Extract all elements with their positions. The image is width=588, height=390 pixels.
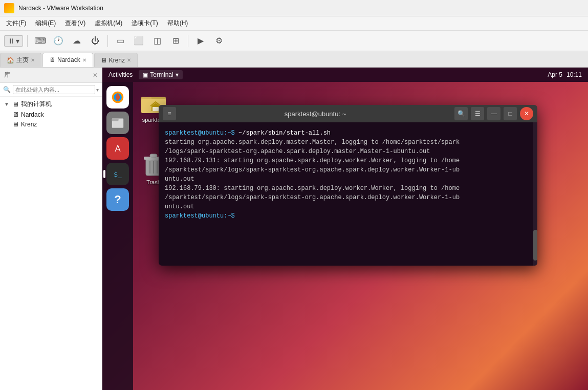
expand-icon: ▼ xyxy=(4,101,10,107)
toolbar-separator-3 xyxy=(188,35,188,47)
toolbar: ⏸ ▾ ⌨ 🕐 ☁ ⏻ ▭ ⬜ ◫ ⊞ ▶ ⚙ xyxy=(0,31,588,51)
menu-tabs[interactable]: 选项卡(T) xyxy=(127,18,162,29)
ubuntu-activities-btn[interactable]: Activities xyxy=(108,71,133,78)
menu-file[interactable]: 文件(F) xyxy=(2,18,30,29)
tab-home-close[interactable]: ✕ xyxy=(31,57,35,63)
search-input[interactable] xyxy=(13,85,95,94)
menu-vm[interactable]: 虚拟机(M) xyxy=(91,18,126,29)
terminal-line-6: untu.out xyxy=(165,175,531,184)
title-bar-text: Nardack - VMware Workstation xyxy=(18,5,103,12)
sidebar: 库 ✕ 🔍 ▾ ▼ 🖥 我的计算机 🖥 Nardack 🖥 xyxy=(0,68,102,390)
computer-icon: 🖥 xyxy=(12,100,19,108)
home-tab-icon: 🏠 xyxy=(7,57,14,64)
dock-terminal[interactable]: $_ xyxy=(106,163,129,185)
dock-files[interactable] xyxy=(106,112,129,134)
terminal-prompt-2: sparktest@ubuntu:~$ xyxy=(165,212,235,220)
tree-item-krenz[interactable]: 🖥 Krenz xyxy=(0,119,102,129)
svg-rect-15 xyxy=(150,154,157,157)
tab-krenz-close[interactable]: ✕ xyxy=(127,57,131,63)
sidebar-close-icon[interactable]: ✕ xyxy=(93,72,98,79)
poweroff-button[interactable]: ⏻ xyxy=(87,33,103,49)
terminal-menu-label: Terminal xyxy=(150,71,173,78)
ubuntu-date: Apr 5 xyxy=(548,71,562,78)
krenz-tab-icon: 🖥 xyxy=(101,57,107,64)
view-button[interactable]: ⊞ xyxy=(167,33,184,49)
vm-display[interactable]: Activities ▣ Terminal ▾ Apr 5 10:11 xyxy=(102,68,588,390)
tab-nardack-close[interactable]: ✕ xyxy=(82,57,86,63)
terminal-line-10: sparktest@ubuntu:~$ xyxy=(165,211,531,221)
app-logo xyxy=(4,3,14,13)
tab-home[interactable]: 🏠 主页 ✕ xyxy=(0,53,41,67)
tabs-row: 🏠 主页 ✕ 🖥 Nardack ✕ 🖥 Krenz ✕ xyxy=(0,51,588,68)
ubuntu-topbar-left: Activities ▣ Terminal ▾ xyxy=(108,70,183,79)
terminal-search-btn[interactable]: 🔍 xyxy=(454,107,468,120)
terminal-close-btn[interactable]: ✕ xyxy=(520,107,533,120)
terminal-dropdown-icon: ▾ xyxy=(176,71,179,78)
ubuntu-topbar: Activities ▣ Terminal ▾ Apr 5 10:11 xyxy=(102,68,588,82)
terminal-line-9: untu.out xyxy=(165,202,531,211)
terminal-menu-btn[interactable]: ☰ xyxy=(471,107,484,120)
send-ctrlaltdel-button[interactable]: ⌨ xyxy=(32,33,48,49)
unity-button[interactable]: ◫ xyxy=(149,33,165,49)
terminal-menu-icon: ▣ xyxy=(143,72,148,78)
terminal-body[interactable]: sparktest@ubuntu:~$ ~/spark/sbin/start-a… xyxy=(159,122,537,266)
terminal-window[interactable]: ≡ sparktest@ubuntu: ~ 🔍 ☰ — □ ✕ sparkte xyxy=(159,105,537,266)
terminal-line-2: starting org.apache.spark.deploy.master.… xyxy=(165,138,531,147)
terminal-scrollbar-thumb[interactable] xyxy=(533,230,537,261)
fullscreen-button[interactable]: ⬜ xyxy=(130,33,147,49)
ubuntu-terminal-btn[interactable]: ▣ Terminal ▾ xyxy=(139,70,182,79)
content-wrapper: 🏠 主页 ✕ 🖥 Nardack ✕ 🖥 Krenz ✕ 库 ✕ 🔍 ▾ xyxy=(0,51,588,390)
tree-my-computer[interactable]: ▼ 🖥 我的计算机 xyxy=(0,99,102,110)
snapshot-button[interactable]: 🕐 xyxy=(50,33,67,49)
terminal-minimize-btn[interactable]: — xyxy=(487,107,500,120)
tree-nardack-label: Nardack xyxy=(21,111,44,118)
dock-software[interactable]: A xyxy=(106,137,129,160)
tab-nardack[interactable]: 🖥 Nardack ✕ xyxy=(42,53,93,67)
terminal-title: sparktest@ubuntu: ~ xyxy=(179,110,451,118)
fit-guest-button[interactable]: ▭ xyxy=(112,33,128,49)
terminal-maximize-btn[interactable]: □ xyxy=(504,107,517,120)
menu-edit[interactable]: 编辑(E) xyxy=(31,18,60,29)
ubuntu-topbar-right: Apr 5 10:11 xyxy=(548,71,582,78)
terminal-line-5: /sparktest/spark/logs/spark-sparktest-or… xyxy=(165,165,531,175)
title-bar: Nardack - VMware Workstation xyxy=(0,0,588,16)
desktop-area: sparktest xyxy=(133,82,588,390)
settings-button[interactable]: ⚙ xyxy=(211,33,227,49)
terminal-line-4: 192.168.79.131: starting org.apache.spar… xyxy=(165,156,531,165)
dock-firefox[interactable] xyxy=(106,86,129,109)
terminal-line-8: /sparktest/spark/logs/spark-sparktest-or… xyxy=(165,193,531,202)
terminal-titlebar: ≡ sparktest@ubuntu: ~ 🔍 ☰ — □ ✕ xyxy=(159,105,537,122)
nardack-vm-icon: 🖥 xyxy=(12,111,19,118)
terminal-line-3: /logs/spark-sparktest-org.apache.spark.d… xyxy=(165,147,531,156)
search-icon: 🔍 xyxy=(3,86,11,93)
toolbar-separator xyxy=(27,35,28,47)
sidebar-tree: ▼ 🖥 我的计算机 🖥 Nardack 🖥 Krenz xyxy=(0,97,102,390)
terminal-nav-btn[interactable]: ≡ xyxy=(163,107,176,120)
menu-view[interactable]: 查看(V) xyxy=(61,18,90,29)
pause-button[interactable]: ⏸ ▾ xyxy=(4,35,23,47)
nardack-tab-icon: 🖥 xyxy=(49,56,55,63)
svg-rect-4 xyxy=(112,119,119,120)
pause-icon: ⏸ xyxy=(8,37,15,45)
ubuntu-dock: A $_ ? xyxy=(102,82,133,390)
toolbar-separator-2 xyxy=(107,35,108,47)
menu-help[interactable]: 帮助(H) xyxy=(163,18,192,29)
tab-home-label: 主页 xyxy=(16,56,29,64)
sidebar-header: 库 ✕ xyxy=(0,68,102,83)
suspend-button[interactable]: ☁ xyxy=(69,33,85,49)
dock-help[interactable]: ? xyxy=(106,188,129,211)
main-area: 库 ✕ 🔍 ▾ ▼ 🖥 我的计算机 🖥 Nardack 🖥 xyxy=(0,68,588,390)
ubuntu-time: 10:11 xyxy=(567,71,582,78)
svg-rect-11 xyxy=(153,107,159,111)
terminal-prompt-1: sparktest@ubuntu:~$ xyxy=(165,129,235,137)
pause-dropdown-arrow: ▾ xyxy=(16,37,19,45)
console-button[interactable]: ▶ xyxy=(192,33,209,49)
sidebar-title: 库 xyxy=(4,71,10,79)
tree-item-nardack[interactable]: 🖥 Nardack xyxy=(0,110,102,119)
tab-krenz-label: Krenz xyxy=(109,57,125,64)
sidebar-search-area: 🔍 ▾ xyxy=(0,83,102,97)
krenz-vm-icon: 🖥 xyxy=(12,120,19,128)
search-dropdown-icon[interactable]: ▾ xyxy=(96,87,99,93)
tab-krenz[interactable]: 🖥 Krenz ✕ xyxy=(94,53,138,67)
terminal-scrollbar[interactable] xyxy=(533,122,537,266)
